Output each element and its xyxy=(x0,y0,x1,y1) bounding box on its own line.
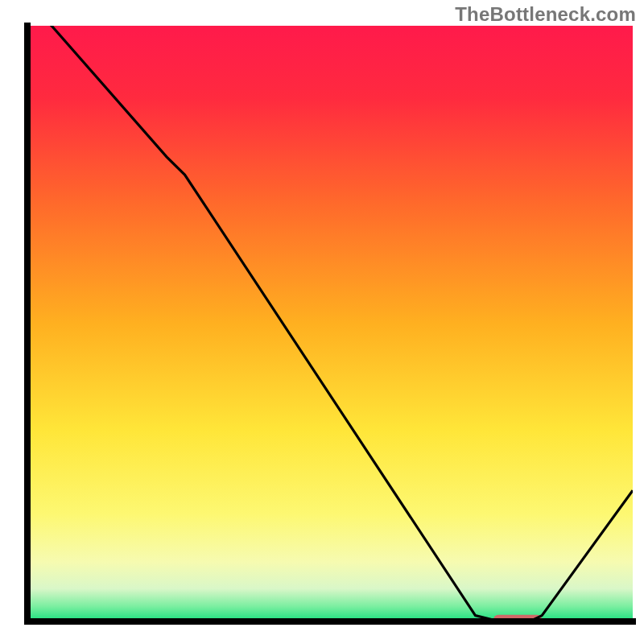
plot-background xyxy=(27,26,633,621)
bottleneck-chart xyxy=(0,0,644,644)
watermark-text: TheBottleneck.com xyxy=(455,3,636,26)
chart-container: TheBottleneck.com xyxy=(0,0,644,644)
